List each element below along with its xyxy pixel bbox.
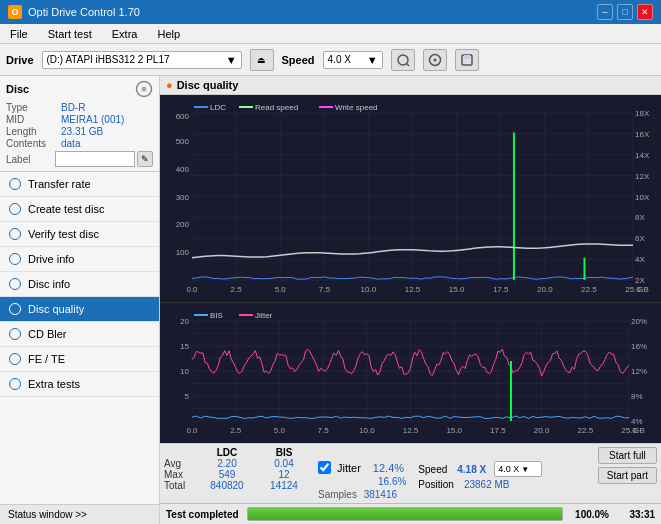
sidebar-item-fe-te[interactable]: FE / TE [0, 347, 159, 372]
disc-label-input[interactable] [55, 151, 135, 167]
sidebar-item-transfer-rate[interactable]: Transfer rate [0, 172, 159, 197]
disc-label-key: Label [6, 154, 55, 165]
speed-value: 4.0 X [328, 54, 365, 65]
close-button[interactable]: ✕ [637, 4, 653, 20]
speed-row: Speed 4.18 X 4.0 X ▼ [418, 461, 542, 477]
status-window-label: Status window >> [8, 509, 87, 520]
sidebar-item-drive-info-label: Drive info [28, 253, 74, 265]
stats-max-jitter-row: 16.6% [318, 476, 406, 487]
stats-samples-label: Samples [318, 489, 357, 500]
drive-label: Drive [6, 54, 34, 66]
app-title: Opti Drive Control 1.70 [28, 6, 140, 18]
sidebar-item-fe-te-label: FE / TE [28, 353, 65, 365]
speed-stat-select[interactable]: 4.0 X ▼ [494, 461, 542, 477]
disc-panel: Disc Type BD-R MID MEIRA1 (001) Length 2… [0, 76, 159, 172]
jitter-row: Jitter 12.4% [318, 461, 406, 474]
chart-header-icon: ● [166, 79, 173, 91]
status-label: Test completed [166, 509, 239, 520]
maximize-button[interactable]: □ [617, 4, 633, 20]
stats-total-ldc: 840820 [196, 480, 258, 491]
progress-percent: 100.0% [571, 509, 609, 520]
stats-ldc-header: LDC [196, 447, 258, 458]
speed-label: Speed [282, 54, 315, 66]
drive-select-text: (D:) ATAPI iHBS312 2 PL17 [47, 54, 224, 65]
speed-stat-val: 4.18 X [457, 464, 486, 475]
stats-bis-header: BIS [258, 447, 310, 458]
sidebar-item-verify-test-disc-label: Verify test disc [28, 228, 99, 240]
stats-empty [164, 447, 196, 458]
sidebar-item-disc-info[interactable]: Disc info [0, 272, 159, 297]
progress-time: 33:31 [617, 509, 655, 520]
toolbar-btn-2[interactable] [423, 49, 447, 71]
charts-area [160, 95, 661, 443]
stats-avg-bis: 0.04 [258, 458, 310, 469]
svg-line-1 [406, 63, 409, 66]
sidebar-item-drive-info[interactable]: Drive info [0, 247, 159, 272]
sidebar-item-transfer-rate-label: Transfer rate [28, 178, 91, 190]
sidebar-item-create-test-disc[interactable]: Create test disc [0, 197, 159, 222]
disc-length-key: Length [6, 126, 61, 137]
disc-mid-val: MEIRA1 (001) [61, 114, 124, 125]
svg-rect-5 [464, 55, 470, 59]
menu-file[interactable]: File [4, 27, 34, 41]
toolbar-btn-1[interactable] [391, 49, 415, 71]
stats-total-bis: 14124 [258, 480, 310, 491]
stats-samples-row: Samples 381416 [318, 489, 406, 500]
start-buttons: Start full Start part [598, 447, 657, 484]
position-row: Position 23862 MB [418, 479, 542, 490]
bottom-bar: Test completed 100.0% 33:31 [160, 503, 661, 524]
disc-label-edit-button[interactable]: ✎ [137, 151, 153, 167]
title-bar: O Opti Drive Control 1.70 – □ ✕ [0, 0, 661, 24]
stats-max-jitter: 16.6% [378, 476, 406, 487]
sidebar: Disc Type BD-R MID MEIRA1 (001) Length 2… [0, 76, 160, 524]
stats-avg-jitter: 12.4% [373, 462, 404, 474]
start-full-button[interactable]: Start full [598, 447, 657, 464]
stats-max-ldc: 549 [196, 469, 258, 480]
eject-button[interactable]: ⏏ [250, 49, 274, 71]
sidebar-item-verify-test-disc[interactable]: Verify test disc [0, 222, 159, 247]
speed-select-dropdown[interactable]: 4.0 X ▼ [323, 51, 383, 69]
disc-type-key: Type [6, 102, 61, 113]
speed-stat-label: Speed [418, 464, 447, 475]
jitter-checkbox[interactable] [318, 461, 331, 474]
minimize-button[interactable]: – [597, 4, 613, 20]
svg-point-8 [143, 88, 145, 90]
svg-point-3 [433, 58, 436, 61]
disc-mid-key: MID [6, 114, 61, 125]
sidebar-item-disc-info-label: Disc info [28, 278, 70, 290]
progress-bar [247, 507, 563, 521]
sidebar-item-create-test-disc-label: Create test disc [28, 203, 104, 215]
app-icon: O [8, 5, 22, 19]
speed-stat-select-val: 4.0 X [498, 464, 519, 474]
drive-select-dropdown[interactable]: (D:) ATAPI iHBS312 2 PL17 ▼ [42, 51, 242, 69]
position-val: 23862 MB [464, 479, 510, 490]
stats-avg-ldc: 2.20 [196, 458, 258, 469]
menu-extra[interactable]: Extra [106, 27, 144, 41]
status-window-button[interactable]: Status window >> [0, 504, 159, 524]
stats-avg-label: Avg [164, 458, 196, 469]
sidebar-item-extra-tests-label: Extra tests [28, 378, 80, 390]
disc-contents-key: Contents [6, 138, 61, 149]
toolbar-btn-3[interactable] [455, 49, 479, 71]
main-content: ● Disc quality LDC BIS Avg 2.20 [160, 76, 661, 524]
chart-header: ● Disc quality [160, 76, 661, 95]
chart-top [160, 95, 661, 303]
sidebar-item-cd-bler-label: CD Bler [28, 328, 67, 340]
sidebar-item-extra-tests[interactable]: Extra tests [0, 372, 159, 397]
disc-type-val: BD-R [61, 102, 85, 113]
chart-bottom [160, 303, 661, 443]
position-label: Position [418, 479, 454, 490]
sidebar-item-cd-bler[interactable]: CD Bler [0, 322, 159, 347]
menu-start-test[interactable]: Start test [42, 27, 98, 41]
jitter-label: Jitter [337, 462, 361, 474]
menu-bar: File Start test Extra Help [0, 24, 661, 44]
chart-title: Disc quality [177, 79, 239, 91]
speed-arrow: ▼ [367, 54, 378, 66]
sidebar-item-disc-quality-label: Disc quality [28, 303, 84, 315]
sidebar-item-disc-quality[interactable]: Disc quality [0, 297, 159, 322]
menu-help[interactable]: Help [151, 27, 186, 41]
speed-stat-arrow: ▼ [521, 465, 529, 474]
start-part-button[interactable]: Start part [598, 467, 657, 484]
drive-select-arrow: ▼ [226, 54, 237, 66]
stats-samples-val: 381416 [364, 489, 397, 500]
